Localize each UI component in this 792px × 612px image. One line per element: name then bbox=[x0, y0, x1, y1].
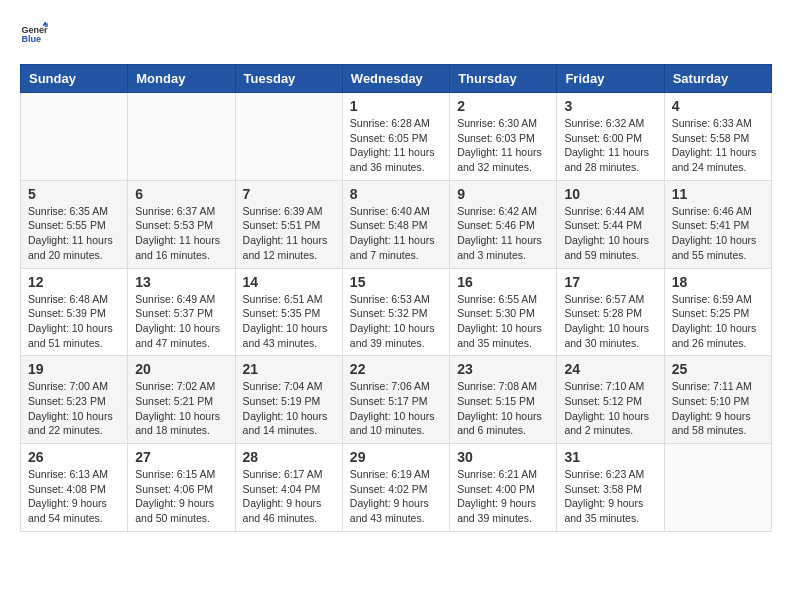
calendar-table: SundayMondayTuesdayWednesdayThursdayFrid… bbox=[20, 64, 772, 532]
day-info: Sunrise: 7:00 AM Sunset: 5:23 PM Dayligh… bbox=[28, 379, 120, 438]
day-info: Sunrise: 6:51 AM Sunset: 5:35 PM Dayligh… bbox=[243, 292, 335, 351]
calendar-cell: 29Sunrise: 6:19 AM Sunset: 4:02 PM Dayli… bbox=[342, 444, 449, 532]
day-info: Sunrise: 7:02 AM Sunset: 5:21 PM Dayligh… bbox=[135, 379, 227, 438]
weekday-header-saturday: Saturday bbox=[664, 65, 771, 93]
day-number: 9 bbox=[457, 186, 549, 202]
logo-icon: General Blue bbox=[20, 20, 48, 48]
day-info: Sunrise: 6:21 AM Sunset: 4:00 PM Dayligh… bbox=[457, 467, 549, 526]
calendar-cell: 31Sunrise: 6:23 AM Sunset: 3:58 PM Dayli… bbox=[557, 444, 664, 532]
calendar-cell bbox=[664, 444, 771, 532]
calendar-cell: 18Sunrise: 6:59 AM Sunset: 5:25 PM Dayli… bbox=[664, 268, 771, 356]
svg-text:Blue: Blue bbox=[21, 34, 41, 44]
day-number: 12 bbox=[28, 274, 120, 290]
calendar-cell: 12Sunrise: 6:48 AM Sunset: 5:39 PM Dayli… bbox=[21, 268, 128, 356]
day-info: Sunrise: 6:37 AM Sunset: 5:53 PM Dayligh… bbox=[135, 204, 227, 263]
day-number: 27 bbox=[135, 449, 227, 465]
calendar-week-5: 26Sunrise: 6:13 AM Sunset: 4:08 PM Dayli… bbox=[21, 444, 772, 532]
calendar-header-row: SundayMondayTuesdayWednesdayThursdayFrid… bbox=[21, 65, 772, 93]
day-info: Sunrise: 6:28 AM Sunset: 6:05 PM Dayligh… bbox=[350, 116, 442, 175]
day-number: 7 bbox=[243, 186, 335, 202]
weekday-header-wednesday: Wednesday bbox=[342, 65, 449, 93]
day-number: 23 bbox=[457, 361, 549, 377]
calendar-week-2: 5Sunrise: 6:35 AM Sunset: 5:55 PM Daylig… bbox=[21, 180, 772, 268]
svg-text:General: General bbox=[21, 25, 48, 35]
day-info: Sunrise: 6:35 AM Sunset: 5:55 PM Dayligh… bbox=[28, 204, 120, 263]
logo: General Blue bbox=[20, 20, 52, 48]
page-header: General Blue bbox=[20, 20, 772, 48]
day-info: Sunrise: 6:17 AM Sunset: 4:04 PM Dayligh… bbox=[243, 467, 335, 526]
day-info: Sunrise: 6:39 AM Sunset: 5:51 PM Dayligh… bbox=[243, 204, 335, 263]
calendar-cell: 26Sunrise: 6:13 AM Sunset: 4:08 PM Dayli… bbox=[21, 444, 128, 532]
calendar-cell: 4Sunrise: 6:33 AM Sunset: 5:58 PM Daylig… bbox=[664, 93, 771, 181]
day-number: 2 bbox=[457, 98, 549, 114]
day-info: Sunrise: 6:59 AM Sunset: 5:25 PM Dayligh… bbox=[672, 292, 764, 351]
calendar-cell: 2Sunrise: 6:30 AM Sunset: 6:03 PM Daylig… bbox=[450, 93, 557, 181]
calendar-cell: 24Sunrise: 7:10 AM Sunset: 5:12 PM Dayli… bbox=[557, 356, 664, 444]
day-number: 31 bbox=[564, 449, 656, 465]
day-number: 8 bbox=[350, 186, 442, 202]
calendar-cell: 25Sunrise: 7:11 AM Sunset: 5:10 PM Dayli… bbox=[664, 356, 771, 444]
day-number: 16 bbox=[457, 274, 549, 290]
calendar-week-3: 12Sunrise: 6:48 AM Sunset: 5:39 PM Dayli… bbox=[21, 268, 772, 356]
day-number: 30 bbox=[457, 449, 549, 465]
calendar-cell: 9Sunrise: 6:42 AM Sunset: 5:46 PM Daylig… bbox=[450, 180, 557, 268]
day-number: 21 bbox=[243, 361, 335, 377]
day-number: 29 bbox=[350, 449, 442, 465]
calendar-cell: 14Sunrise: 6:51 AM Sunset: 5:35 PM Dayli… bbox=[235, 268, 342, 356]
calendar-cell: 27Sunrise: 6:15 AM Sunset: 4:06 PM Dayli… bbox=[128, 444, 235, 532]
calendar-cell: 6Sunrise: 6:37 AM Sunset: 5:53 PM Daylig… bbox=[128, 180, 235, 268]
day-number: 25 bbox=[672, 361, 764, 377]
day-info: Sunrise: 6:30 AM Sunset: 6:03 PM Dayligh… bbox=[457, 116, 549, 175]
day-info: Sunrise: 6:44 AM Sunset: 5:44 PM Dayligh… bbox=[564, 204, 656, 263]
calendar-cell: 10Sunrise: 6:44 AM Sunset: 5:44 PM Dayli… bbox=[557, 180, 664, 268]
weekday-header-friday: Friday bbox=[557, 65, 664, 93]
day-info: Sunrise: 6:48 AM Sunset: 5:39 PM Dayligh… bbox=[28, 292, 120, 351]
calendar-cell: 11Sunrise: 6:46 AM Sunset: 5:41 PM Dayli… bbox=[664, 180, 771, 268]
calendar-cell bbox=[128, 93, 235, 181]
weekday-header-tuesday: Tuesday bbox=[235, 65, 342, 93]
day-info: Sunrise: 6:19 AM Sunset: 4:02 PM Dayligh… bbox=[350, 467, 442, 526]
weekday-header-sunday: Sunday bbox=[21, 65, 128, 93]
day-info: Sunrise: 6:53 AM Sunset: 5:32 PM Dayligh… bbox=[350, 292, 442, 351]
day-info: Sunrise: 7:08 AM Sunset: 5:15 PM Dayligh… bbox=[457, 379, 549, 438]
day-number: 15 bbox=[350, 274, 442, 290]
day-info: Sunrise: 6:13 AM Sunset: 4:08 PM Dayligh… bbox=[28, 467, 120, 526]
calendar-cell: 17Sunrise: 6:57 AM Sunset: 5:28 PM Dayli… bbox=[557, 268, 664, 356]
day-info: Sunrise: 6:46 AM Sunset: 5:41 PM Dayligh… bbox=[672, 204, 764, 263]
calendar-cell: 23Sunrise: 7:08 AM Sunset: 5:15 PM Dayli… bbox=[450, 356, 557, 444]
calendar-cell: 1Sunrise: 6:28 AM Sunset: 6:05 PM Daylig… bbox=[342, 93, 449, 181]
day-number: 28 bbox=[243, 449, 335, 465]
calendar-cell: 7Sunrise: 6:39 AM Sunset: 5:51 PM Daylig… bbox=[235, 180, 342, 268]
day-info: Sunrise: 6:15 AM Sunset: 4:06 PM Dayligh… bbox=[135, 467, 227, 526]
calendar-week-4: 19Sunrise: 7:00 AM Sunset: 5:23 PM Dayli… bbox=[21, 356, 772, 444]
day-number: 26 bbox=[28, 449, 120, 465]
day-info: Sunrise: 6:42 AM Sunset: 5:46 PM Dayligh… bbox=[457, 204, 549, 263]
day-info: Sunrise: 6:57 AM Sunset: 5:28 PM Dayligh… bbox=[564, 292, 656, 351]
calendar-cell: 5Sunrise: 6:35 AM Sunset: 5:55 PM Daylig… bbox=[21, 180, 128, 268]
day-info: Sunrise: 6:49 AM Sunset: 5:37 PM Dayligh… bbox=[135, 292, 227, 351]
calendar-cell: 19Sunrise: 7:00 AM Sunset: 5:23 PM Dayli… bbox=[21, 356, 128, 444]
calendar-cell: 22Sunrise: 7:06 AM Sunset: 5:17 PM Dayli… bbox=[342, 356, 449, 444]
day-number: 11 bbox=[672, 186, 764, 202]
calendar-week-1: 1Sunrise: 6:28 AM Sunset: 6:05 PM Daylig… bbox=[21, 93, 772, 181]
day-number: 3 bbox=[564, 98, 656, 114]
day-number: 18 bbox=[672, 274, 764, 290]
calendar-cell: 28Sunrise: 6:17 AM Sunset: 4:04 PM Dayli… bbox=[235, 444, 342, 532]
weekday-header-monday: Monday bbox=[128, 65, 235, 93]
day-number: 17 bbox=[564, 274, 656, 290]
day-info: Sunrise: 6:23 AM Sunset: 3:58 PM Dayligh… bbox=[564, 467, 656, 526]
weekday-header-thursday: Thursday bbox=[450, 65, 557, 93]
day-info: Sunrise: 7:04 AM Sunset: 5:19 PM Dayligh… bbox=[243, 379, 335, 438]
day-number: 20 bbox=[135, 361, 227, 377]
day-info: Sunrise: 6:33 AM Sunset: 5:58 PM Dayligh… bbox=[672, 116, 764, 175]
calendar-cell bbox=[21, 93, 128, 181]
calendar-cell bbox=[235, 93, 342, 181]
day-info: Sunrise: 6:55 AM Sunset: 5:30 PM Dayligh… bbox=[457, 292, 549, 351]
calendar-cell: 30Sunrise: 6:21 AM Sunset: 4:00 PM Dayli… bbox=[450, 444, 557, 532]
calendar-cell: 20Sunrise: 7:02 AM Sunset: 5:21 PM Dayli… bbox=[128, 356, 235, 444]
calendar-cell: 16Sunrise: 6:55 AM Sunset: 5:30 PM Dayli… bbox=[450, 268, 557, 356]
day-info: Sunrise: 6:40 AM Sunset: 5:48 PM Dayligh… bbox=[350, 204, 442, 263]
day-number: 5 bbox=[28, 186, 120, 202]
calendar-cell: 3Sunrise: 6:32 AM Sunset: 6:00 PM Daylig… bbox=[557, 93, 664, 181]
day-number: 19 bbox=[28, 361, 120, 377]
